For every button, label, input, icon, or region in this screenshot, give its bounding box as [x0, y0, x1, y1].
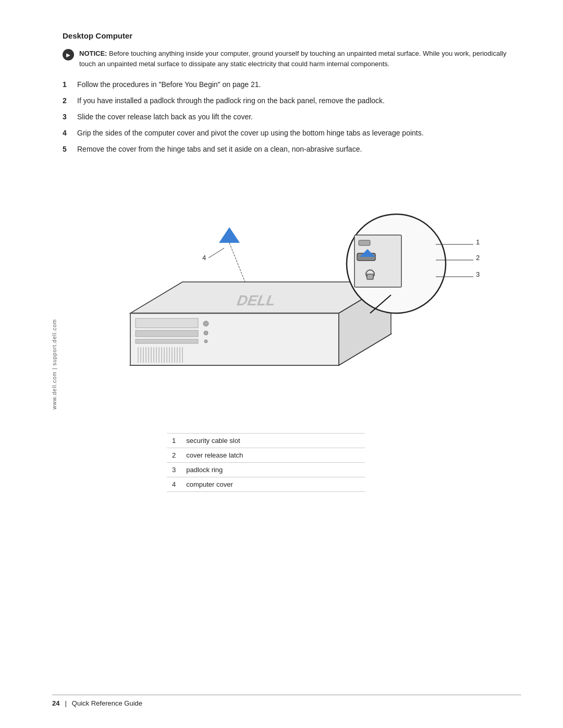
footer-separator: |: [65, 699, 66, 707]
legend-label: computer cover: [181, 477, 365, 492]
page-footer: 24 | Quick Reference Guide: [52, 695, 521, 707]
section-title: Desktop Computer: [63, 31, 521, 40]
svg-text:2: 2: [476, 254, 480, 262]
step-text: Grip the sides of the computer cover and…: [77, 128, 521, 139]
legend-table: 1 security cable slot 2 cover release la…: [167, 433, 365, 492]
step-number: 2: [63, 95, 71, 106]
footer-page-number: 24: [52, 699, 59, 707]
legend-number: 3: [167, 463, 181, 477]
svg-rect-5: [136, 318, 198, 328]
svg-point-8: [203, 321, 209, 326]
step-text: Slide the cover release latch back as yo…: [77, 112, 521, 122]
svg-rect-32: [359, 240, 370, 245]
legend-number: 2: [167, 448, 181, 463]
legend-row: 4 computer cover: [167, 477, 365, 492]
step-number: 3: [63, 112, 71, 122]
svg-text:3: 3: [476, 270, 480, 278]
list-item: 3 Slide the cover release latch back as …: [63, 112, 521, 122]
step-number: 1: [63, 79, 71, 90]
list-item: 4 Grip the sides of the computer cover a…: [63, 128, 521, 139]
step-number: 5: [63, 144, 71, 155]
svg-point-10: [204, 340, 207, 343]
svg-line-44: [229, 243, 245, 282]
svg-rect-38: [367, 274, 373, 279]
list-item: 1 Follow the procedures in "Before You B…: [63, 79, 521, 90]
diagram-svg: DELL: [63, 167, 521, 417]
step-text: Remove the cover from the hinge tabs and…: [77, 144, 521, 155]
legend-number: 4: [167, 477, 181, 492]
notice-body: Before touching anything inside your com…: [79, 50, 506, 68]
svg-rect-7: [136, 339, 198, 343]
list-item: 5 Remove the cover from the hinge tabs a…: [63, 144, 521, 155]
page-container: www.dell.com | support.dell.com Desktop …: [0, 0, 563, 728]
legend-number: 1: [167, 434, 181, 448]
legend-label: cover release latch: [181, 448, 365, 463]
svg-text:4: 4: [202, 254, 206, 262]
diagram-area: DELL: [63, 167, 521, 417]
list-item: 2 If you have installed a padlock throug…: [63, 95, 521, 106]
notice-box: ► NOTICE: Before touching anything insid…: [63, 48, 521, 69]
step-text: Follow the procedures in "Before You Beg…: [77, 79, 521, 90]
svg-marker-43: [219, 227, 240, 243]
legend-label: security cable slot: [181, 434, 365, 448]
footer-title: Quick Reference Guide: [72, 699, 142, 707]
steps-list: 1 Follow the procedures in "Before You B…: [63, 79, 521, 155]
notice-label: NOTICE:: [79, 50, 107, 57]
step-text: If you have installed a padlock through …: [77, 95, 521, 106]
svg-rect-6: [136, 330, 198, 337]
main-content: Desktop Computer ► NOTICE: Before touchi…: [63, 31, 521, 492]
legend-row: 3 padlock ring: [167, 463, 365, 477]
svg-text:1: 1: [476, 238, 480, 246]
notice-icon: ►: [63, 49, 74, 60]
legend-row: 2 cover release latch: [167, 448, 365, 463]
step-number: 4: [63, 128, 71, 139]
legend-row: 1 security cable slot: [167, 434, 365, 448]
svg-point-9: [204, 331, 208, 335]
svg-line-46: [209, 248, 224, 258]
svg-text:DELL: DELL: [236, 292, 277, 309]
notice-text: NOTICE: Before touching anything inside …: [79, 48, 521, 69]
legend-label: padlock ring: [181, 463, 365, 477]
sidebar-text: www.dell.com | support.dell.com: [52, 319, 57, 410]
